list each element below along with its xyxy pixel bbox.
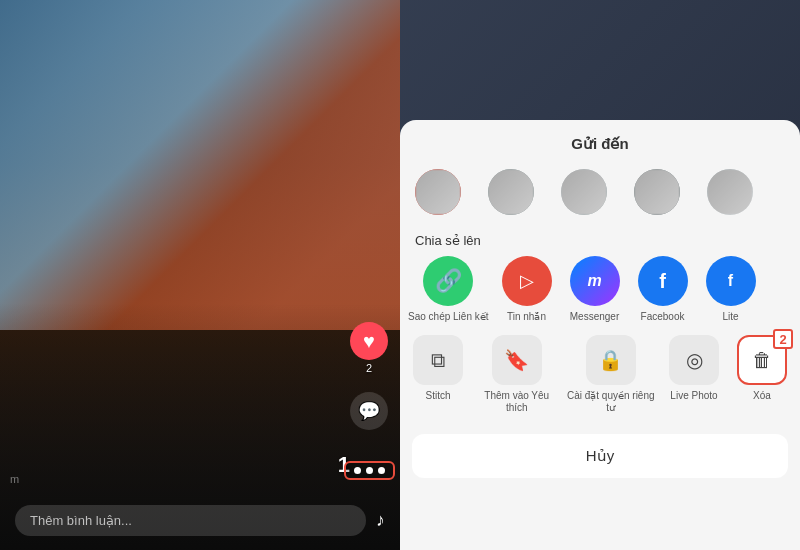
dot-2 [366,467,373,474]
dot-3 [378,467,385,474]
action-row: ⧉ Stitch 🔖 Thêm vào Yêu thích 🔒 Cài đặt … [400,323,800,426]
contacts-row [400,161,800,227]
side-actions: ♥ 2 💬 [350,322,388,430]
send-label: Tin nhắn [507,311,546,323]
comment-input[interactable]: Thêm bình luận... [15,505,366,536]
stitch-item[interactable]: ⧉ Stitch [408,335,468,414]
comment-placeholder: Thêm bình luận... [30,513,132,528]
avatar-img-5 [707,169,753,215]
stitch-icon: ⧉ [413,335,463,385]
left-panel: ♥ 2 💬 1 m Thêm bình luận... ♪ [0,0,400,550]
bottom-bar: Thêm bình luận... ♪ [0,490,400,550]
share-messenger[interactable]: m Messenger [565,256,625,323]
contact-avatar-3 [561,169,607,215]
share-row: 🔗 Sao chép Liên kết ▷ Tin nhắn m Messeng… [400,256,800,323]
copy-link-icon: 🔗 [423,256,473,306]
contact-avatar-1 [415,169,461,215]
facebook-label: Facebook [641,311,685,323]
messenger-label: Messenger [570,311,619,323]
fb-lite-label: Lite [722,311,738,323]
avatar-img-2 [488,169,534,215]
share-fb-lite[interactable]: f Lite [701,256,761,323]
bookmark-icon: 🔖 [492,335,542,385]
share-on-label: Chia sẻ lên [400,227,800,256]
send-to-title: Gửi đến [571,135,628,152]
contact-avatar-4 [634,169,680,215]
three-dots-inner [354,467,385,474]
contact-avatar-5 [707,169,753,215]
avatar-img-1 [415,169,461,215]
send-icon: ▷ [502,256,552,306]
contact-item[interactable] [483,169,538,219]
delete-item[interactable]: 🗑 2 Xóa [732,335,792,414]
username-text: m [10,473,345,485]
cancel-button[interactable]: Hủy [412,434,788,478]
delete-label: Xóa [753,390,771,402]
cancel-label: Hủy [586,447,614,464]
privacy-item[interactable]: 🔒 Cài đặt quyền riêng tư [566,335,657,414]
live-photo-label: Live Photo [670,390,717,402]
avatar-img-4 [634,169,680,215]
dot-1 [354,467,361,474]
like-count: 2 [366,362,372,374]
messenger-icon: m [570,256,620,306]
contact-item[interactable] [556,169,611,219]
contact-item[interactable] [629,169,684,219]
trash-icon: 🗑 2 [737,335,787,385]
three-dots-button[interactable] [344,461,395,480]
copy-link-label: Sao chép Liên kết [408,311,489,323]
share-copy-link[interactable]: 🔗 Sao chép Liên kết [408,256,489,323]
live-photo-item[interactable]: ◎ Live Photo [664,335,724,414]
add-favorite-item[interactable]: 🔖 Thêm vào Yêu thích [476,335,558,414]
avatar-img-3 [561,169,607,215]
comment-icon[interactable]: 💬 [350,392,388,430]
share-facebook[interactable]: f Facebook [633,256,693,323]
bottom-sheet: Gửi đến [400,120,800,550]
heart-icon[interactable]: ♥ [350,322,388,360]
lock-icon: 🔒 [586,335,636,385]
right-panel: Gửi đến [400,0,800,550]
comment-action[interactable]: 💬 [350,392,388,430]
add-favorite-label: Thêm vào Yêu thích [476,390,558,414]
sheet-header: Gửi đến [400,120,800,161]
bottom-info: m [10,473,345,485]
like-action[interactable]: ♥ 2 [350,322,388,374]
privacy-label: Cài đặt quyền riêng tư [566,390,657,414]
music-note: ♪ [376,510,385,531]
contact-avatar-2 [488,169,534,215]
contact-item[interactable] [702,169,757,219]
contact-item[interactable] [410,169,465,219]
facebook-icon: f [638,256,688,306]
stitch-label: Stitch [425,390,450,402]
share-message[interactable]: ▷ Tin nhắn [497,256,557,323]
fb-lite-icon: f [706,256,756,306]
badge-2: 2 [773,329,793,349]
live-photo-icon: ◎ [669,335,719,385]
